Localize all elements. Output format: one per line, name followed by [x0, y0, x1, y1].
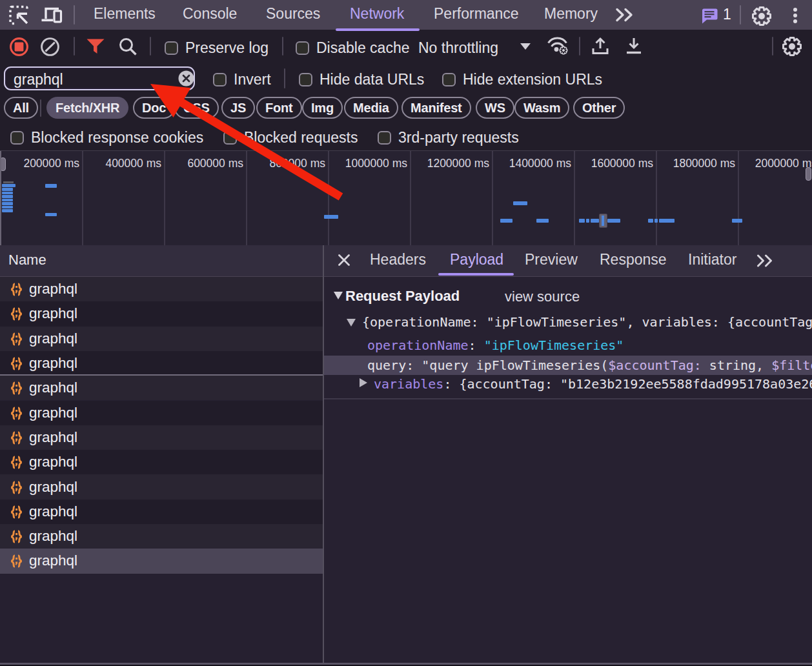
name-column-header[interactable]: Name: [8, 252, 46, 268]
more-tabs-icon[interactable]: [615, 8, 636, 22]
timeline-tick-label: 1800000 ms: [673, 157, 735, 170]
devtools-tab-bar: Elements Console Sources Network Perform…: [0, 0, 812, 30]
tab-elements[interactable]: Elements: [94, 0, 156, 28]
detail-tab-response[interactable]: Response: [600, 251, 667, 268]
request-row[interactable]: graphql: [0, 401, 323, 425]
menu-dots-icon[interactable]: [792, 7, 798, 24]
clear-filter-icon[interactable]: [178, 70, 194, 86]
view-source-link[interactable]: view source: [505, 288, 580, 305]
detail-tab-preview[interactable]: Preview: [525, 251, 578, 268]
payload-line[interactable]: {operationName: "ipFlowTimeseries", vari…: [324, 314, 812, 331]
network-activity-bar: [45, 213, 57, 216]
timeline-gridline: [410, 151, 411, 245]
payload-text-segment: {operationName: "ipFlowTimeseries", vari…: [362, 314, 812, 330]
invert-checkbox[interactable]: [213, 73, 227, 86]
chip-css[interactable]: CSS: [174, 97, 219, 119]
network-settings-gear-icon[interactable]: [782, 37, 802, 56]
clear-network-log-icon[interactable]: [41, 37, 59, 56]
blocked-response-cookies-checkbox[interactable]: [10, 131, 24, 145]
chip-doc[interactable]: Doc: [133, 97, 175, 119]
settings-gear-icon[interactable]: [752, 6, 771, 26]
filter-icon[interactable]: [86, 39, 105, 54]
network-conditions-icon[interactable]: [547, 37, 569, 55]
request-row[interactable]: graphql: [0, 376, 323, 400]
payload-line[interactable]: variables: {accountTag: "b12e3b2192ee558…: [324, 376, 812, 393]
chip-all[interactable]: All: [4, 97, 38, 119]
filter-input[interactable]: graphql: [4, 66, 195, 90]
timeline-gridline: [656, 151, 657, 245]
payload-line[interactable]: query: "query ipFlowTimeseries($accountT…: [324, 358, 812, 374]
chip-media[interactable]: Media: [344, 97, 398, 119]
network-activity-bar: [45, 184, 57, 188]
payload-line-text: {operationName: "ipFlowTimeseries", vari…: [362, 314, 812, 330]
payload-panel: Request Payload view source {operationNa…: [324, 277, 812, 666]
tab-network[interactable]: Network: [350, 0, 404, 28]
import-har-icon[interactable]: [591, 37, 609, 56]
timeline-tick-label: 1600000 ms: [591, 157, 653, 170]
network-activity-bar: [607, 219, 620, 223]
network-activity-bar: [2, 206, 13, 209]
network-activity-bar: [2, 195, 13, 198]
chip-manifest[interactable]: Manifest: [401, 97, 471, 119]
preserve-log-checkbox[interactable]: [165, 41, 178, 55]
chip-fetch-xhr[interactable]: Fetch/XHR: [46, 97, 128, 119]
throttling-caret-icon[interactable]: [520, 43, 531, 50]
request-row[interactable]: graphql: [0, 474, 323, 499]
request-row[interactable]: graphql: [0, 327, 323, 351]
chip-js[interactable]: JS: [221, 97, 255, 119]
timeline-right-handle[interactable]: [806, 167, 811, 181]
request-payload-expander-icon[interactable]: [334, 290, 343, 302]
throttling-select[interactable]: No throttling: [418, 39, 498, 57]
request-row[interactable]: graphql: [0, 351, 323, 376]
request-row[interactable]: graphql: [0, 524, 323, 549]
network-overview-timeline[interactable]: 200000 ms400000 ms600000 ms800000 ms1000…: [0, 150, 812, 247]
detail-tab-payload[interactable]: Payload: [450, 251, 503, 268]
search-icon[interactable]: [118, 37, 137, 57]
export-har-icon[interactable]: [625, 37, 643, 56]
third-party-requests-group: 3rd-party requests: [378, 129, 519, 146]
request-row[interactable]: graphql: [0, 500, 323, 524]
request-name: graphql: [29, 305, 77, 322]
request-row[interactable]: graphql: [0, 425, 323, 450]
request-row[interactable]: graphql: [0, 301, 323, 326]
disable-cache-checkbox[interactable]: [296, 41, 309, 55]
device-toolbar-icon[interactable]: [41, 6, 63, 23]
request-row[interactable]: graphql: [0, 549, 323, 573]
tab-console[interactable]: Console: [183, 0, 237, 28]
chip-font[interactable]: Font: [256, 97, 302, 119]
timeline-gridline: [164, 151, 165, 245]
timeline-left-edge: [0, 151, 1, 245]
detail-tab-initiator[interactable]: Initiator: [688, 251, 736, 268]
third-party-requests-checkbox[interactable]: [378, 131, 391, 145]
payload-text-segment: query: [367, 358, 406, 373]
detail-tab-headers[interactable]: Headers: [370, 251, 426, 268]
json-request-icon: [9, 282, 23, 296]
chip-img[interactable]: Img: [302, 97, 343, 119]
request-name: graphql: [29, 281, 77, 298]
block-filters-row: Blocked response cookies Blocked request…: [0, 123, 812, 150]
chip-other[interactable]: Other: [573, 97, 625, 119]
json-request-icon: [9, 406, 23, 420]
payload-line-text: variables: {accountTag: "b12e3b2192ee558…: [374, 376, 812, 392]
filter-bar: graphql Invert Hide data URLs Hide exten…: [0, 63, 812, 95]
expander-right-icon[interactable]: [360, 378, 367, 390]
tab-memory[interactable]: Memory: [544, 0, 598, 28]
expander-down-icon[interactable]: [347, 318, 356, 329]
tab-sources[interactable]: Sources: [266, 0, 320, 28]
chip-wasm[interactable]: Wasm: [514, 97, 569, 119]
issues-icon[interactable]: [701, 8, 718, 24]
record-network-log-icon[interactable]: [10, 37, 28, 56]
network-activity-bar: [3, 181, 14, 183]
request-row[interactable]: graphql: [0, 277, 323, 301]
close-detail-icon[interactable]: [338, 254, 350, 266]
tab-performance[interactable]: Performance: [434, 0, 519, 28]
hide-extension-urls-checkbox[interactable]: [442, 73, 456, 86]
hide-data-urls-checkbox[interactable]: [299, 73, 312, 86]
json-request-icon: [9, 554, 23, 568]
request-row[interactable]: graphql: [0, 450, 323, 474]
payload-line[interactable]: operationName: "ipFlowTimeseries": [324, 338, 812, 354]
more-detail-tabs-icon[interactable]: [756, 254, 775, 267]
blocked-requests-checkbox[interactable]: [223, 131, 237, 145]
inspect-element-icon[interactable]: [9, 5, 30, 26]
chip-ws[interactable]: WS: [476, 97, 514, 119]
